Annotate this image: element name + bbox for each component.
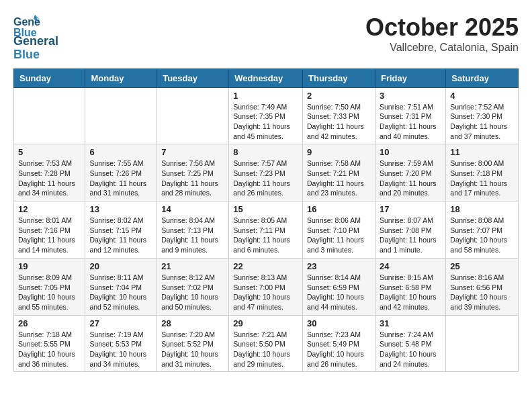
calendar-cell: 21Sunrise: 8:12 AM Sunset: 7:02 PM Dayli… <box>157 258 229 315</box>
calendar-cell: 22Sunrise: 8:13 AM Sunset: 7:00 PM Dayli… <box>229 258 303 315</box>
week-row-3: 12Sunrise: 8:01 AM Sunset: 7:16 PM Dayli… <box>14 201 519 259</box>
day-info: Sunrise: 7:23 AM Sunset: 5:49 PM Dayligh… <box>307 330 371 369</box>
day-number: 12 <box>18 204 81 214</box>
day-number: 11 <box>450 147 514 157</box>
day-number: 9 <box>307 147 371 157</box>
day-info: Sunrise: 7:51 AM Sunset: 7:31 PM Dayligh… <box>380 102 441 142</box>
day-number: 18 <box>450 204 514 214</box>
calendar-cell: 11Sunrise: 8:00 AM Sunset: 7:18 PM Dayli… <box>446 144 519 201</box>
calendar-cell: 3Sunrise: 7:51 AM Sunset: 7:31 PM Daylig… <box>375 87 445 144</box>
logo-icon: General Blue <box>13 13 40 39</box>
calendar-cell <box>446 315 519 372</box>
week-row-5: 26Sunrise: 7:18 AM Sunset: 5:55 PM Dayli… <box>14 315 519 372</box>
weekday-header-saturday: Saturday <box>446 68 519 87</box>
day-info: Sunrise: 8:05 AM Sunset: 7:11 PM Dayligh… <box>233 216 298 255</box>
calendar-cell: 16Sunrise: 8:06 AM Sunset: 7:10 PM Dayli… <box>303 201 375 259</box>
day-info: Sunrise: 8:14 AM Sunset: 6:59 PM Dayligh… <box>307 273 371 312</box>
day-info: Sunrise: 8:09 AM Sunset: 7:05 PM Dayligh… <box>18 273 81 312</box>
day-number: 2 <box>307 91 371 101</box>
day-number: 29 <box>233 318 298 328</box>
day-info: Sunrise: 8:01 AM Sunset: 7:16 PM Dayligh… <box>18 216 81 255</box>
calendar-cell: 9Sunrise: 7:58 AM Sunset: 7:21 PM Daylig… <box>303 144 375 201</box>
calendar-cell: 19Sunrise: 8:09 AM Sunset: 7:05 PM Dayli… <box>14 258 85 315</box>
day-number: 5 <box>18 147 81 157</box>
calendar-cell: 2Sunrise: 7:50 AM Sunset: 7:33 PM Daylig… <box>303 87 375 144</box>
calendar-cell: 10Sunrise: 7:59 AM Sunset: 7:20 PM Dayli… <box>375 144 445 201</box>
calendar-cell: 26Sunrise: 7:18 AM Sunset: 5:55 PM Dayli… <box>14 315 85 372</box>
calendar-cell: 5Sunrise: 7:53 AM Sunset: 7:28 PM Daylig… <box>14 144 85 201</box>
day-number: 15 <box>233 204 298 214</box>
day-number: 23 <box>307 261 371 271</box>
week-row-2: 5Sunrise: 7:53 AM Sunset: 7:28 PM Daylig… <box>14 144 519 201</box>
calendar-cell: 6Sunrise: 7:55 AM Sunset: 7:26 PM Daylig… <box>85 144 157 201</box>
day-info: Sunrise: 8:06 AM Sunset: 7:10 PM Dayligh… <box>307 216 371 255</box>
calendar-cell: 23Sunrise: 8:14 AM Sunset: 6:59 PM Dayli… <box>303 258 375 315</box>
location: Vallcebre, Catalonia, Spain <box>365 42 519 54</box>
weekday-header-thursday: Thursday <box>303 68 375 87</box>
day-number: 25 <box>450 261 514 271</box>
page-header: General Blue General Blue October 2025 V… <box>13 13 519 62</box>
day-info: Sunrise: 8:04 AM Sunset: 7:13 PM Dayligh… <box>161 216 224 255</box>
day-info: Sunrise: 8:07 AM Sunset: 7:08 PM Dayligh… <box>380 216 441 255</box>
calendar-cell: 25Sunrise: 8:16 AM Sunset: 6:56 PM Dayli… <box>446 258 519 315</box>
day-info: Sunrise: 8:12 AM Sunset: 7:02 PM Dayligh… <box>161 273 224 312</box>
day-info: Sunrise: 7:49 AM Sunset: 7:35 PM Dayligh… <box>233 102 298 142</box>
calendar-cell: 7Sunrise: 7:56 AM Sunset: 7:25 PM Daylig… <box>157 144 229 201</box>
calendar-cell: 18Sunrise: 8:08 AM Sunset: 7:07 PM Dayli… <box>446 201 519 259</box>
day-number: 7 <box>161 147 224 157</box>
calendar-table: SundayMondayTuesdayWednesdayThursdayFrid… <box>13 68 519 373</box>
calendar-cell <box>85 87 157 144</box>
day-number: 20 <box>89 261 152 271</box>
day-number: 26 <box>18 318 81 328</box>
calendar-cell: 13Sunrise: 8:02 AM Sunset: 7:15 PM Dayli… <box>85 201 157 259</box>
day-number: 3 <box>380 91 441 101</box>
calendar-cell: 14Sunrise: 8:04 AM Sunset: 7:13 PM Dayli… <box>157 201 229 259</box>
day-number: 6 <box>89 147 152 157</box>
calendar-cell: 8Sunrise: 7:57 AM Sunset: 7:23 PM Daylig… <box>229 144 303 201</box>
weekday-header-friday: Friday <box>375 68 445 87</box>
weekday-header-wednesday: Wednesday <box>229 68 303 87</box>
day-info: Sunrise: 7:55 AM Sunset: 7:26 PM Dayligh… <box>89 158 152 198</box>
logo-blue: Blue <box>13 48 58 62</box>
calendar-cell <box>157 87 229 144</box>
day-info: Sunrise: 7:59 AM Sunset: 7:20 PM Dayligh… <box>380 158 441 198</box>
day-number: 16 <box>307 204 371 214</box>
day-number: 1 <box>233 91 298 101</box>
day-info: Sunrise: 7:57 AM Sunset: 7:23 PM Dayligh… <box>233 158 298 198</box>
day-info: Sunrise: 7:56 AM Sunset: 7:25 PM Dayligh… <box>161 158 224 198</box>
day-info: Sunrise: 7:21 AM Sunset: 5:50 PM Dayligh… <box>233 330 298 369</box>
day-info: Sunrise: 8:00 AM Sunset: 7:18 PM Dayligh… <box>450 158 514 198</box>
day-number: 4 <box>450 91 514 101</box>
weekday-header-tuesday: Tuesday <box>157 68 229 87</box>
calendar-cell: 24Sunrise: 8:15 AM Sunset: 6:58 PM Dayli… <box>375 258 445 315</box>
day-number: 14 <box>161 204 224 214</box>
day-number: 17 <box>380 204 441 214</box>
day-info: Sunrise: 7:19 AM Sunset: 5:53 PM Dayligh… <box>89 330 152 369</box>
day-info: Sunrise: 7:50 AM Sunset: 7:33 PM Dayligh… <box>307 102 371 142</box>
calendar-cell: 1Sunrise: 7:49 AM Sunset: 7:35 PM Daylig… <box>229 87 303 144</box>
day-number: 30 <box>307 318 371 328</box>
calendar-cell: 30Sunrise: 7:23 AM Sunset: 5:49 PM Dayli… <box>303 315 375 372</box>
day-info: Sunrise: 7:18 AM Sunset: 5:55 PM Dayligh… <box>18 330 81 369</box>
day-info: Sunrise: 7:20 AM Sunset: 5:52 PM Dayligh… <box>161 330 224 369</box>
day-info: Sunrise: 8:13 AM Sunset: 7:00 PM Dayligh… <box>233 273 298 312</box>
calendar-cell: 31Sunrise: 7:24 AM Sunset: 5:48 PM Dayli… <box>375 315 445 372</box>
calendar-cell <box>14 87 85 144</box>
calendar-cell: 28Sunrise: 7:20 AM Sunset: 5:52 PM Dayli… <box>157 315 229 372</box>
day-number: 13 <box>89 204 152 214</box>
day-number: 22 <box>233 261 298 271</box>
day-number: 27 <box>89 318 152 328</box>
day-info: Sunrise: 8:02 AM Sunset: 7:15 PM Dayligh… <box>89 216 152 255</box>
calendar-cell: 12Sunrise: 8:01 AM Sunset: 7:16 PM Dayli… <box>14 201 85 259</box>
month-title: October 2025 <box>365 13 519 42</box>
day-number: 28 <box>161 318 224 328</box>
weekday-header-row: SundayMondayTuesdayWednesdayThursdayFrid… <box>14 68 519 87</box>
calendar-cell: 17Sunrise: 8:07 AM Sunset: 7:08 PM Dayli… <box>375 201 445 259</box>
calendar-cell: 27Sunrise: 7:19 AM Sunset: 5:53 PM Dayli… <box>85 315 157 372</box>
week-row-1: 1Sunrise: 7:49 AM Sunset: 7:35 PM Daylig… <box>14 87 519 144</box>
day-info: Sunrise: 8:11 AM Sunset: 7:04 PM Dayligh… <box>89 273 152 312</box>
day-info: Sunrise: 7:24 AM Sunset: 5:48 PM Dayligh… <box>380 330 441 369</box>
week-row-4: 19Sunrise: 8:09 AM Sunset: 7:05 PM Dayli… <box>14 258 519 315</box>
weekday-header-monday: Monday <box>85 68 157 87</box>
calendar-cell: 4Sunrise: 7:52 AM Sunset: 7:30 PM Daylig… <box>446 87 519 144</box>
